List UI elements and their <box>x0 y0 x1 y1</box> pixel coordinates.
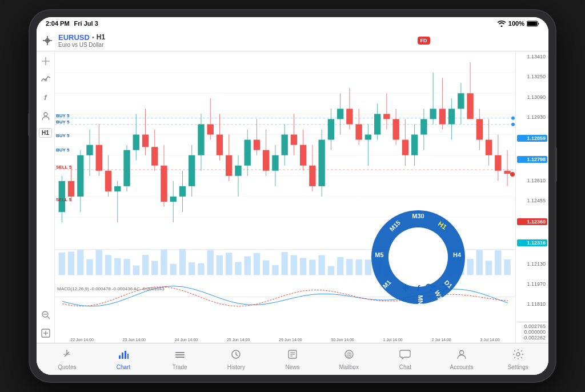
trade-icon <box>174 349 186 363</box>
x-label-9: 3 Jul 14:00 <box>480 338 499 342</box>
settings-label: Settings <box>508 364 528 370</box>
timeframe[interactable]: H1 <box>97 33 105 41</box>
status-date: Fri Jul 3 <box>74 20 98 27</box>
symbol-description: Euro vs US Dollar <box>58 42 299 48</box>
status-left: 2:04 PM Fri Jul 3 <box>46 20 98 27</box>
svg-rect-36 <box>122 353 123 359</box>
svg-text:H4: H4 <box>453 251 462 258</box>
tab-chart[interactable]: Chart <box>95 349 152 370</box>
x-label-7: 1 Jul 14:00 <box>383 338 402 342</box>
battery-label: 100% <box>508 20 524 27</box>
sell-price-badge: 1.12360 <box>517 218 547 225</box>
separator: • <box>92 34 94 41</box>
macd-02765: 0.002765 <box>517 323 547 329</box>
tab-news[interactable]: News <box>265 349 321 370</box>
price-11970: 1.11970 <box>517 281 547 287</box>
quotes-icon <box>61 349 73 363</box>
svg-point-16 <box>388 227 448 287</box>
svg-point-50 <box>516 353 520 356</box>
person-tool[interactable] <box>39 110 52 122</box>
price-13090: 1.13090 <box>517 94 547 100</box>
x-label-8: 2 Jul 14:00 <box>431 338 451 342</box>
battery-icon <box>527 21 539 27</box>
chart-label: Chart <box>117 364 130 370</box>
buy-price-badge-2: 1.12798 <box>517 156 547 163</box>
price-11810: 1.11810 <box>517 301 547 307</box>
tab-settings[interactable]: Settings <box>490 349 546 370</box>
tab-accounts[interactable]: Accounts <box>434 349 490 370</box>
x-axis: 22 Jun 14:00 23 Jun 14:00 24 Jun 14:00 2… <box>55 338 515 342</box>
price-12930: 1.12930 <box>517 114 547 120</box>
history-icon <box>230 349 242 363</box>
svg-rect-41 <box>175 357 185 358</box>
crosshair-toolbar-icon[interactable] <box>41 34 54 47</box>
volume-button[interactable] <box>28 113 30 136</box>
svg-point-8 <box>44 113 47 116</box>
svg-point-31 <box>442 283 444 286</box>
svg-line-10 <box>47 317 50 319</box>
x-label-3: 24 Jun 14:00 <box>175 338 198 342</box>
macd-0: 0.000000 <box>517 329 547 335</box>
svg-rect-40 <box>175 354 185 355</box>
accounts-icon <box>456 349 467 363</box>
svg-text:M5: M5 <box>375 251 383 258</box>
x-label-4: 25 Jun 14:00 <box>227 338 250 342</box>
tab-bar: Quotes Chart Trade History <box>37 343 548 375</box>
add-tool[interactable] <box>39 327 52 339</box>
symbol-name[interactable]: EURUSD <box>58 33 90 42</box>
chat-label: Chat <box>399 364 411 370</box>
price-12610: 1.12610 <box>517 178 547 183</box>
quotes-label: Quotes <box>58 364 76 370</box>
trade-label: Trade <box>173 364 187 370</box>
macd-neg2262: -0.002262 <box>517 335 547 341</box>
mailbox-icon: @ <box>343 349 355 363</box>
tab-quotes[interactable]: Quotes <box>39 349 95 370</box>
cursor-tool[interactable] <box>39 55 52 67</box>
radial-timeframe-menu[interactable]: M15 M30 H1 H4 D1 W1 MN M1 <box>367 206 470 309</box>
sell-label: SELL 5 <box>56 197 71 202</box>
chart-header: EURUSD • H1 Euro vs US Dollar FD <box>37 30 548 51</box>
timeframe-selector[interactable]: H1 <box>39 128 52 138</box>
power-button[interactable] <box>555 147 557 182</box>
tab-history[interactable]: History <box>208 349 265 370</box>
price-13250: 1.13250 <box>517 74 547 79</box>
settings-icon <box>512 349 524 363</box>
accounts-label: Accounts <box>450 364 473 370</box>
svg-rect-35 <box>119 355 121 359</box>
chart-canvas-container[interactable]: BUY 5 BUY 5 SELL 5 MACD(12,26,9) -0.0004… <box>55 51 515 343</box>
indicator-tool[interactable] <box>39 73 52 86</box>
buy-price-badge-1: 1.12859 <box>517 135 547 142</box>
chart-toolbar: f H1 <box>37 51 55 343</box>
price-13410: 1.13410 <box>517 54 547 59</box>
x-label-5: 29 Jun 14:00 <box>279 338 302 342</box>
svg-text:@: @ <box>346 351 352 358</box>
news-icon <box>287 349 298 363</box>
tab-mailbox[interactable]: @ Mailbox <box>320 349 377 370</box>
chart-area: f H1 BUY 5 BUY 5 SELL 5 <box>37 51 548 343</box>
price-12130: 1.12130 <box>517 261 547 267</box>
svg-point-49 <box>460 350 464 354</box>
chart-icon <box>118 349 129 363</box>
status-time: 2:04 PM <box>46 20 70 27</box>
svg-rect-39 <box>175 352 185 353</box>
x-label-6: 30 Jun 14:00 <box>331 338 354 342</box>
status-bar: 2:04 PM Fri Jul 3 100% <box>37 17 548 30</box>
mailbox-label: Mailbox <box>339 364 358 370</box>
x-label-1: 22 Jun 14:00 <box>70 338 93 342</box>
svg-text:MN: MN <box>417 295 424 305</box>
fibonacci-tool[interactable]: f <box>39 91 52 104</box>
buy-label-2: BUY 5 <box>56 147 69 153</box>
tab-chat[interactable]: Chat <box>377 349 434 370</box>
news-label: News <box>286 364 300 370</box>
svg-point-32 <box>446 287 448 289</box>
buy-label-1: BUY 5 <box>56 133 69 138</box>
price-scale: 1.13410 1.13250 1.13090 1.12930 1.12859 … <box>515 51 548 343</box>
tab-trade[interactable]: Trade <box>151 349 208 370</box>
current-price-badge: 1.12316 <box>517 239 547 246</box>
wifi-icon <box>497 20 506 27</box>
zoom-out-tool[interactable] <box>39 309 52 321</box>
status-right: 100% <box>497 20 539 27</box>
chart-header-info: EURUSD • H1 Euro vs US Dollar <box>58 33 299 48</box>
svg-text:M30: M30 <box>412 213 424 219</box>
device-screen: 2:04 PM Fri Jul 3 100% <box>37 17 548 375</box>
